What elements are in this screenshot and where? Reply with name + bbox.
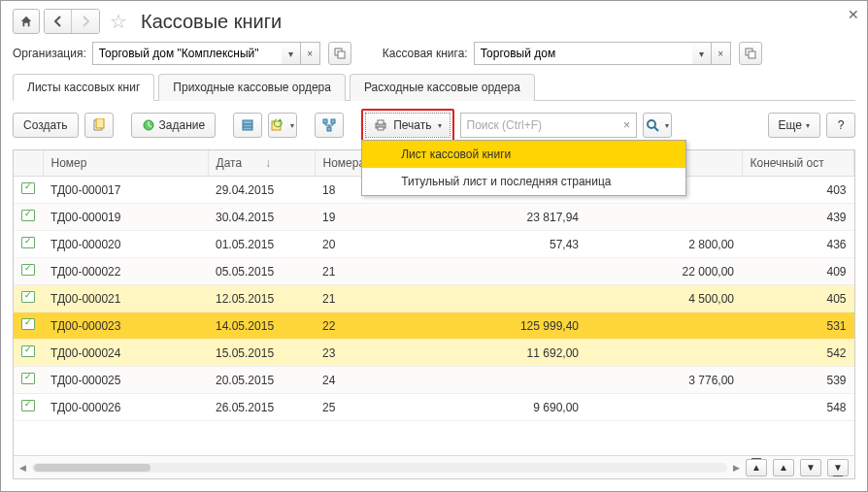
refresh-button[interactable]: ▾ (268, 113, 297, 138)
page-title: Кассовые книги (141, 11, 282, 33)
create-button[interactable]: Создать (13, 113, 79, 138)
svg-rect-15 (378, 120, 384, 124)
svg-line-18 (654, 127, 658, 131)
table-row[interactable]: ТД00-00002626.05.2015259 690,00548 (14, 394, 854, 421)
book-label: Кассовая книга: (383, 47, 468, 60)
help-button[interactable]: ? (826, 113, 855, 138)
table-row[interactable]: ТД00-00002314.05.201522125 999,40531 (14, 312, 854, 340)
svg-point-17 (648, 120, 655, 128)
document-ok-icon (21, 210, 35, 221)
document-ok-icon (21, 345, 35, 357)
sort-asc-icon: ↓ (265, 156, 271, 170)
tab-2[interactable]: Расходные кассовые ордера (350, 74, 535, 101)
task-button[interactable]: Задание (131, 113, 217, 138)
more-button[interactable]: Еще ▾ (768, 113, 820, 138)
tab-bar: Листы кассовых книгПриходные кассовые ор… (13, 73, 855, 101)
task-icon (142, 118, 155, 132)
search-icon (646, 118, 659, 132)
svg-rect-10 (272, 121, 281, 130)
print-button[interactable]: Печать ▾ (365, 113, 450, 138)
print-menu-item-1[interactable]: Титульный лист и последняя страница (362, 168, 685, 195)
list-view-button[interactable] (233, 113, 262, 138)
org-dropdown-button[interactable]: ▾ (282, 42, 301, 65)
table-row[interactable]: ТД00-00002112.05.2015214 500,00405 (14, 285, 854, 312)
svg-rect-11 (323, 119, 327, 123)
tree-button[interactable] (315, 113, 344, 138)
horizontal-scrollbar[interactable] (32, 463, 727, 473)
scroll-left-icon[interactable]: ◀ (19, 463, 26, 473)
search-input[interactable] (461, 118, 618, 132)
book-dropdown-button[interactable]: ▾ (692, 42, 712, 65)
svg-rect-12 (331, 119, 335, 123)
table-row[interactable]: ТД00-00002415.05.20152311 692,00542 (14, 340, 854, 367)
svg-rect-7 (243, 120, 252, 130)
back-button[interactable] (45, 10, 72, 33)
svg-rect-16 (378, 127, 384, 130)
svg-rect-5 (96, 118, 104, 128)
org-open-button[interactable] (328, 42, 351, 65)
document-ok-icon (21, 400, 35, 411)
scroll-top-button[interactable]: ▲ (746, 459, 767, 476)
print-menu: Лист кассовой книгиТитульный лист и посл… (361, 140, 686, 196)
col-end-balance[interactable]: Конечный ост (742, 150, 854, 177)
book-open-button[interactable] (739, 42, 762, 65)
create-label: Создать (23, 118, 68, 132)
close-icon[interactable]: ✕ (848, 7, 859, 22)
table-row[interactable]: ТД00-00002205.05.20152122 000,00409 (14, 258, 854, 285)
document-ok-icon (21, 182, 35, 194)
table-row[interactable]: ТД00-00002001.05.20152057,432 800,00436 (14, 231, 854, 258)
table-row[interactable]: ТД00-00002520.05.2015243 776,00539 (14, 367, 854, 394)
scroll-up-button[interactable]: ▲ (773, 459, 794, 476)
org-label: Организация: (13, 47, 86, 60)
svg-rect-1 (338, 51, 345, 58)
book-input[interactable] (474, 42, 692, 65)
col-number[interactable]: Номер (43, 150, 208, 177)
scroll-right-icon[interactable]: ▶ (733, 463, 740, 473)
copy-button[interactable] (84, 113, 114, 138)
document-ok-icon (21, 291, 35, 303)
org-input[interactable] (92, 42, 282, 65)
more-label: Еще (779, 118, 802, 132)
svg-rect-3 (749, 51, 755, 58)
print-highlight: Печать ▾ Лист кассовой книгиТитульный ли… (361, 109, 453, 142)
search-button[interactable]: ▾ (643, 113, 672, 138)
tab-1[interactable]: Приходные кассовые ордера (158, 74, 346, 101)
home-button[interactable] (13, 9, 40, 34)
svg-rect-13 (327, 127, 331, 131)
favorite-star-icon[interactable]: ☆ (110, 10, 127, 33)
printer-icon (374, 118, 387, 132)
document-ok-icon (21, 318, 35, 330)
col-date[interactable]: Дата↓ (208, 150, 315, 177)
search-clear-button[interactable]: × (618, 118, 636, 132)
scroll-down-button[interactable]: ▼ (800, 459, 821, 476)
tab-0[interactable]: Листы кассовых книг (13, 74, 154, 101)
scroll-bottom-button[interactable]: ▼ (827, 459, 849, 476)
document-ok-icon (21, 373, 35, 384)
org-clear-button[interactable]: × (301, 42, 320, 65)
book-clear-button[interactable]: × (712, 42, 731, 65)
table-row[interactable]: ТД00-00001930.04.20151923 817,94439 (14, 204, 854, 231)
task-label: Задание (159, 118, 206, 132)
print-menu-item-0[interactable]: Лист кассовой книги (362, 141, 685, 168)
print-label: Печать (393, 118, 431, 132)
document-ok-icon (21, 237, 35, 248)
forward-button[interactable] (72, 10, 99, 33)
document-ok-icon (21, 264, 35, 276)
